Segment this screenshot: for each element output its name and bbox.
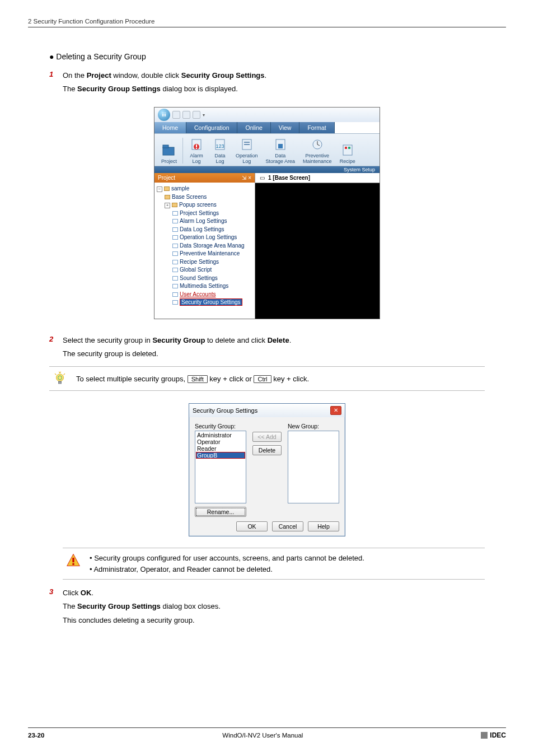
lightbulb-icon [53, 371, 67, 386]
running-header: 2 Security Function Configuration Proced… [28, 18, 506, 27]
step-3: 3 Click OK. The Security Group Settings … [49, 587, 506, 628]
text: Security Group Settings [77, 85, 161, 93]
text: Security groups configured for user acco… [94, 554, 364, 562]
tree-root[interactable]: −sample [157, 185, 252, 193]
text: Select the security group in [63, 336, 152, 344]
panel-pin-close-icons[interactable]: ⇲ × [242, 175, 251, 181]
tab-view[interactable]: View [271, 122, 300, 133]
warning-note: • Security groups configured for user ac… [63, 548, 485, 580]
help-button[interactable]: Help [308, 521, 339, 531]
label: Project [158, 175, 175, 181]
page-number: 23-20 [28, 732, 44, 739]
ribbon-data-storage[interactable]: Data Storage Area [263, 137, 299, 165]
step-2: 2 Select the security group in Security … [49, 335, 506, 362]
cancel-button[interactable]: Cancel [272, 521, 303, 531]
security-group-label: Security Group: [195, 423, 246, 430]
tree-data-storage[interactable]: Data Storage Area Manag [157, 242, 252, 250]
tree-global-script[interactable]: Global Script [157, 266, 252, 274]
svg-text:123: 123 [216, 143, 224, 149]
tree-operation-log-settings[interactable]: Operation Log Settings [157, 234, 252, 242]
quick-access-toolbar: iii ▾ [154, 108, 380, 122]
qat-save-icon[interactable] [193, 111, 200, 119]
close-icon[interactable]: ✕ [330, 406, 341, 415]
tree-alarm-log-settings[interactable]: Alarm Log Settings [157, 217, 252, 226]
step-1: 1 On the Project window, double click Se… [49, 70, 506, 97]
screen-canvas: ▭ 1 [Base Screen] [255, 173, 380, 319]
canvas-grid[interactable] [255, 183, 380, 319]
warning-text: • Security groups configured for user ac… [90, 553, 364, 575]
tree-popup-screens[interactable]: +Popup screens [157, 201, 252, 209]
text: . [289, 336, 292, 344]
keycap: Ctrl [254, 375, 271, 383]
qat-new-icon[interactable] [172, 111, 180, 119]
app-orb-icon[interactable]: iii [158, 109, 170, 121]
text: dialog box is displayed. [161, 85, 238, 93]
tree-multimedia-settings[interactable]: Multimedia Settings [157, 282, 252, 291]
text: Administrator, Operator, and Reader cann… [93, 565, 272, 573]
tip-text: To select multiple security groups, Shif… [76, 375, 309, 383]
ribbon-operation-log[interactable]: Operation Log [232, 137, 261, 165]
label: Preventive Maintenance [303, 153, 332, 165]
tree-preventive-maintenance[interactable]: Preventive Maintenance [157, 250, 252, 258]
ok-button[interactable]: OK [236, 521, 268, 531]
delete-button[interactable]: Delete [252, 445, 282, 455]
tab-online[interactable]: Online [237, 122, 270, 133]
svg-rect-4 [196, 144, 197, 147]
text: Security Group Settings [77, 602, 161, 610]
tree-base-screens[interactable]: Base Screens [157, 193, 252, 202]
text: On the [63, 71, 87, 80]
text: dialog box closes. [161, 602, 221, 610]
text: OK [81, 589, 92, 597]
ribbon-recipe[interactable]: Recipe [336, 137, 359, 165]
rename-button[interactable]: Rename... [195, 507, 246, 517]
qat-open-icon[interactable] [182, 111, 190, 119]
security-group-listbox[interactable]: Administrator Operator Reader GroupB [195, 431, 246, 503]
step-2-body: Select the security group in Security Gr… [63, 335, 506, 362]
logo-box-icon [481, 732, 488, 739]
logo-text: IDEC [490, 731, 506, 739]
ribbon-project[interactable]: Project [158, 137, 180, 165]
label: Data Log [215, 153, 226, 165]
svg-rect-1 [163, 145, 168, 148]
ribbon-tabs: Home Configuration Online View Format [154, 122, 380, 133]
svg-rect-21 [59, 381, 62, 384]
text: Project [87, 71, 111, 80]
text: The [63, 602, 77, 610]
tab-home[interactable]: Home [154, 122, 186, 133]
tree-user-accounts[interactable]: User Accounts [157, 291, 252, 299]
list-item[interactable]: Operator [196, 438, 245, 445]
tree-project-settings[interactable]: Project Settings [157, 209, 252, 218]
keycap: Shift [188, 375, 208, 383]
ribbon-alarm-log[interactable]: Alarm Log [185, 137, 208, 165]
svg-rect-24 [72, 563, 74, 565]
new-group-label: New Group: [288, 423, 339, 430]
tree-sound-settings[interactable]: Sound Settings [157, 274, 252, 283]
text: . [265, 71, 267, 80]
ribbon-preventive[interactable]: Preventive Maintenance [299, 137, 335, 165]
canvas-tab[interactable]: ▭ 1 [Base Screen] [255, 173, 380, 183]
svg-rect-0 [163, 147, 174, 155]
svg-rect-16 [343, 145, 352, 155]
list-item-selected[interactable]: GroupB [196, 452, 245, 459]
list-item[interactable]: Administrator [196, 432, 245, 438]
svg-point-19 [57, 374, 64, 381]
svg-rect-17 [345, 147, 347, 149]
svg-rect-5 [196, 148, 197, 149]
new-group-listbox[interactable] [288, 431, 339, 503]
add-button[interactable]: << Add [252, 432, 282, 442]
tree-data-log-settings[interactable]: Data Log Settings [157, 226, 252, 234]
tree-security-group-settings[interactable]: Security Group Settings [157, 298, 252, 307]
tab-configuration[interactable]: Configuration [186, 122, 237, 133]
section-heading: ● Deleting a Security Group [49, 52, 506, 61]
text: . [91, 589, 93, 597]
text: key + click. [271, 375, 310, 383]
tree-recipe-settings[interactable]: Recipe Settings [157, 258, 252, 267]
list-item[interactable]: Reader [196, 445, 245, 452]
ribbon-group-title: System Setup [154, 166, 380, 173]
step-2-number: 2 [49, 335, 57, 362]
label: Data Storage Area [266, 153, 296, 165]
idec-logo: IDEC [481, 731, 506, 739]
ribbon-data-log[interactable]: 123 Data Log [209, 137, 231, 165]
section-heading-text: Deleting a Security Group [56, 52, 146, 61]
tab-format[interactable]: Format [299, 122, 334, 133]
